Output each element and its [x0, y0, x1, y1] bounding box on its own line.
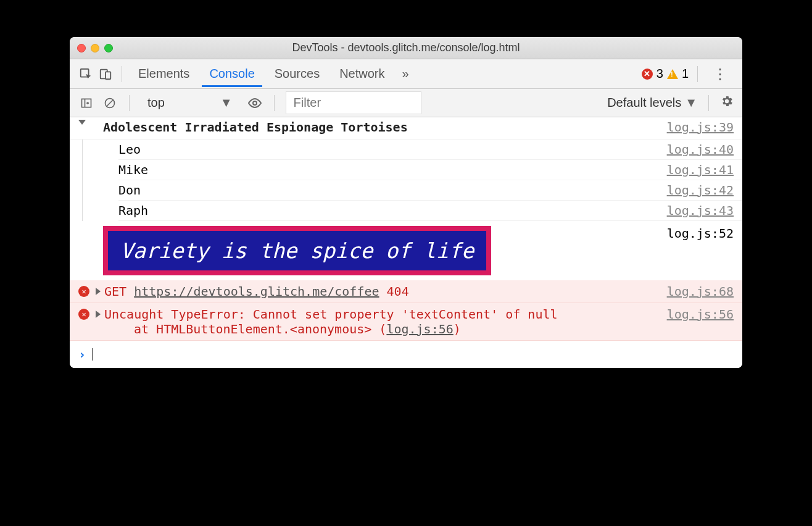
console-prompt[interactable]: ›: [70, 341, 742, 368]
source-link[interactable]: log.js:56: [667, 307, 734, 322]
tab-sources[interactable]: Sources: [267, 61, 327, 87]
styled-log-text: Variety is the spice of life: [103, 226, 491, 275]
stack-suffix: ): [454, 322, 461, 336]
tab-network[interactable]: Network: [332, 61, 392, 87]
device-toolbar-icon[interactable]: [98, 67, 113, 81]
log-entry: Mike log.js:41: [118, 160, 742, 180]
titlebar: DevTools - devtools.glitch.me/console/lo…: [70, 37, 742, 59]
log-group-header[interactable]: Adolescent Irradiated Espionage Tortoise…: [70, 117, 742, 140]
source-link[interactable]: log.js:39: [667, 120, 734, 135]
levels-label: Default levels: [607, 96, 681, 110]
minimize-icon[interactable]: [91, 44, 99, 52]
error-icon: ✕: [642, 69, 653, 80]
source-link[interactable]: log.js:68: [667, 284, 734, 299]
window-controls: [77, 44, 113, 52]
divider: [697, 66, 698, 82]
divider: [274, 95, 275, 111]
svg-rect-2: [106, 72, 110, 79]
maximize-icon[interactable]: [104, 44, 113, 52]
log-entry-styled: Variety is the spice of life log.js:52: [70, 221, 742, 280]
divider: [129, 95, 130, 111]
window-title: DevTools - devtools.glitch.me/console/lo…: [77, 41, 735, 54]
divider: [122, 66, 122, 82]
error-icon: ✕: [78, 286, 89, 297]
source-link[interactable]: log.js:43: [667, 203, 734, 218]
error-entry: ✕ Uncaught TypeError: Cannot set propert…: [70, 303, 742, 341]
console-settings-icon[interactable]: [720, 94, 734, 112]
log-group-body: Leo log.js:40 Mike log.js:41 Don log.js:…: [82, 140, 742, 221]
settings-menu-icon[interactable]: ⋮: [706, 65, 734, 83]
log-entry: Raph log.js:43: [118, 201, 742, 221]
log-text: Don: [118, 183, 667, 198]
disclosure-triangle-icon[interactable]: [96, 311, 101, 318]
log-text: Raph: [118, 203, 667, 218]
execution-context-select[interactable]: top ▼: [141, 93, 239, 113]
stack-prefix: at HTMLButtonElement.<anonymous> (: [134, 322, 386, 336]
log-text: Leo: [118, 142, 667, 157]
console-output: Adolescent Irradiated Espionage Tortoise…: [70, 117, 742, 368]
tab-elements[interactable]: Elements: [131, 61, 197, 87]
live-expression-icon[interactable]: [247, 95, 263, 111]
filter-input[interactable]: [286, 91, 421, 114]
issue-counts[interactable]: ✕ 3 1: [642, 67, 689, 81]
tab-console[interactable]: Console: [202, 61, 262, 87]
devtools-tabbar: Elements Console Sources Network » ✕ 3 1…: [70, 59, 742, 89]
log-entry: Don log.js:42: [118, 180, 742, 201]
close-icon[interactable]: [77, 44, 86, 52]
error-count: 3: [657, 67, 663, 81]
clear-console-icon[interactable]: [102, 95, 118, 111]
http-method: GET: [104, 284, 126, 299]
disclosure-triangle-icon[interactable]: [96, 288, 101, 295]
context-label: top: [147, 96, 165, 110]
stack-link[interactable]: log.js:56: [386, 322, 453, 336]
console-toolbar: top ▼ Default levels ▼: [70, 89, 742, 117]
log-entry: Leo log.js:40: [118, 140, 742, 160]
prompt-chevron-icon: ›: [78, 347, 86, 362]
disclosure-triangle-icon[interactable]: [78, 120, 86, 125]
divider: [708, 95, 709, 111]
source-link[interactable]: log.js:52: [667, 226, 734, 241]
inspect-element-icon[interactable]: [78, 67, 93, 81]
devtools-window: DevTools - devtools.glitch.me/console/lo…: [70, 37, 742, 368]
log-text: Mike: [118, 162, 667, 177]
source-link[interactable]: log.js:42: [667, 183, 734, 198]
error-text: Uncaught TypeError: Cannot set property …: [104, 307, 558, 322]
error-stack: at HTMLButtonElement.<anonymous> (log.js…: [104, 322, 667, 336]
cursor: [92, 348, 93, 361]
error-url[interactable]: https://devtools.glitch.me/coffee: [134, 284, 379, 299]
error-entry: ✕ GET https://devtools.glitch.me/coffee …: [70, 280, 742, 303]
source-link[interactable]: log.js:40: [667, 142, 734, 157]
error-icon: ✕: [78, 309, 89, 320]
source-link[interactable]: log.js:41: [667, 162, 734, 177]
error-message: Uncaught TypeError: Cannot set property …: [104, 307, 667, 336]
group-title: Adolescent Irradiated Espionage Tortoise…: [103, 120, 667, 135]
warning-icon: [667, 69, 678, 79]
warning-count: 1: [682, 67, 689, 81]
more-tabs-button[interactable]: »: [397, 67, 414, 81]
chevron-down-icon: ▼: [685, 96, 697, 110]
log-levels-select[interactable]: Default levels ▼: [607, 96, 697, 110]
http-status: 404: [387, 284, 409, 299]
svg-point-5: [253, 101, 257, 105]
error-message: GET https://devtools.glitch.me/coffee 40…: [104, 284, 667, 299]
chevron-down-icon: ▼: [220, 96, 233, 110]
console-sidebar-toggle-icon[interactable]: [78, 95, 94, 111]
